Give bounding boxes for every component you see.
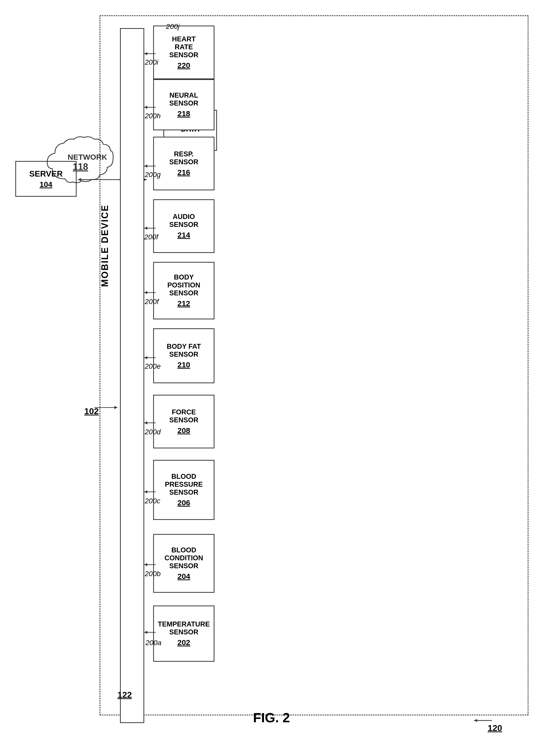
blood-condition-sensor-label: BLOODCONDITIONSENSOR: [165, 546, 203, 570]
mobile-device-bar: [120, 28, 144, 723]
svg-marker-23: [144, 291, 147, 294]
resp-sensor-box: RESP.SENSOR 216: [153, 137, 215, 190]
svg-text:118: 118: [73, 161, 88, 172]
blood-pressure-sensor-box: BLOODPRESSURESENSOR 206: [153, 460, 215, 520]
svg-marker-17: [144, 490, 147, 493]
svg-marker-29: [144, 106, 147, 109]
svg-marker-5: [78, 178, 81, 181]
blood-condition-sensor-box: BLOODCONDITIONSENSOR 204: [153, 534, 215, 593]
svg-marker-13: [144, 631, 147, 634]
ref-122: 122: [118, 690, 132, 700]
body-fat-sensor-ref: 210: [178, 360, 190, 369]
svg-text:NETWORK: NETWORK: [68, 153, 107, 161]
arrow-200e-line: [143, 354, 157, 362]
svg-marker-31: [144, 52, 147, 55]
arrow-200j-label: 200j: [166, 22, 180, 31]
blood-condition-sensor-ref: 204: [178, 572, 190, 581]
svg-marker-27: [144, 165, 147, 168]
body-position-sensor-label: BODYPOSITIONSENSOR: [167, 273, 200, 297]
force-sensor-label: FORCESENSOR: [169, 408, 198, 424]
arrow-200c-label: 200c: [145, 497, 160, 505]
audio-sensor-box: AUDIOSENSOR 214: [153, 199, 215, 253]
resp-sensor-label: RESP.SENSOR: [169, 150, 198, 166]
arrow-200f-label: 200f: [145, 298, 159, 306]
figure-label: FIG. 2: [253, 710, 290, 725]
arrow-200c-line: [143, 488, 157, 496]
mobile-device-label: MOBILE DEVICE: [100, 204, 110, 287]
arrow-200i-label: 200i: [145, 58, 158, 66]
svg-marker-11: [114, 406, 118, 409]
arrow-200g-label: 200g: [145, 171, 161, 179]
neural-sensor-ref: 218: [178, 109, 190, 118]
body-fat-sensor-box: BODY FATSENSOR 210: [153, 328, 215, 383]
arrow-200a-label: 200a: [146, 639, 161, 647]
audio-sensor-label: AUDIOSENSOR: [169, 213, 198, 229]
svg-marker-1: [474, 719, 477, 722]
arrow-200d-label: 200d: [145, 428, 161, 436]
neural-sensor-label: NEURALSENSOR: [169, 91, 198, 107]
arrow-120: [471, 710, 523, 731]
arrow-200f2-label: 200f: [144, 233, 158, 241]
blood-pressure-sensor-ref: 206: [178, 498, 190, 507]
temperature-sensor-ref: 202: [178, 638, 190, 647]
arrow-200e-label: 200e: [145, 362, 161, 370]
arrow-200h-line: [143, 103, 157, 111]
body-fat-sensor-label: BODY FATSENSOR: [167, 343, 201, 358]
arrow-200g-line: [143, 162, 157, 170]
resp-sensor-ref: 216: [178, 168, 190, 177]
arrow-200a-line: [143, 629, 157, 636]
heart-rate-sensor-label: HEARTRATESENSOR: [169, 35, 198, 59]
arrow-102: [93, 402, 124, 413]
arrow-200d-line: [143, 419, 157, 427]
svg-marker-19: [144, 421, 147, 424]
arrow-200i-line: [143, 50, 157, 57]
arrow-200b-label: 200b: [145, 570, 161, 578]
neural-sensor-box: NEURALSENSOR 218: [153, 79, 215, 130]
body-position-sensor-ref: 212: [178, 299, 190, 308]
blood-pressure-sensor-label: BLOODPRESSURESENSOR: [165, 473, 203, 496]
arrow-200f-line: [143, 289, 157, 296]
heart-rate-sensor-box: HEARTRATESENSOR 220: [153, 26, 215, 79]
arrow-200b-line: [143, 561, 157, 568]
force-sensor-ref: 208: [178, 426, 190, 435]
audio-sensor-ref: 214: [178, 231, 190, 239]
svg-marker-25: [144, 227, 147, 230]
svg-marker-15: [144, 563, 147, 566]
force-sensor-box: FORCESENSOR 208: [153, 395, 215, 448]
heart-rate-sensor-ref: 220: [178, 61, 190, 70]
page-container: FIG. 2 120 SERVER 104 NETWORK 118 HEALTH…: [0, 0, 543, 756]
arrow-200f2-line: [143, 224, 157, 232]
temperature-sensor-box: TEMPERATURESENSOR 202: [153, 606, 215, 662]
arrow-200h-label: 200h: [145, 112, 161, 120]
temperature-sensor-label: TEMPERATURESENSOR: [158, 620, 210, 636]
svg-marker-21: [144, 356, 147, 359]
body-position-sensor-box: BODYPOSITIONSENSOR 212: [153, 262, 215, 319]
